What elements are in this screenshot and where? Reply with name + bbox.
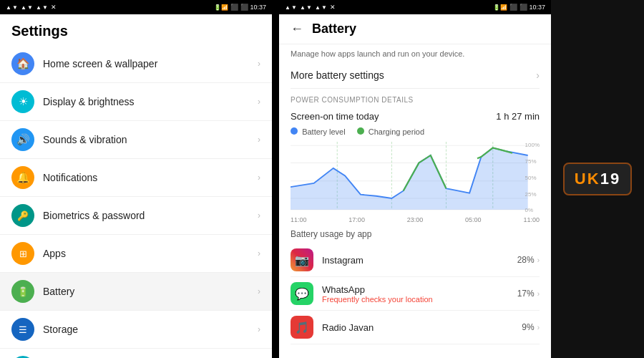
chevron-icon: › xyxy=(258,286,260,296)
chevron-icon: › xyxy=(258,173,260,183)
chart-legend: Battery level Charging period xyxy=(291,125,540,139)
settings-item-notifications[interactable]: 🔔 Notifications › xyxy=(0,159,272,197)
right-phone: ▲▼ ▲▼ ▲▼ ✕ 🔋📶 ⬛ ⬛ 10:37 ← Battery Manage… xyxy=(279,0,551,358)
more-battery-label: More battery settings xyxy=(291,69,384,81)
battery-wifi-icons: 🔋📶 xyxy=(214,4,228,11)
back-button[interactable]: ← xyxy=(291,21,303,37)
home-screen-icon: 🏠 xyxy=(11,52,34,75)
storage-icon: ☰ xyxy=(11,318,34,341)
chevron-icon: › xyxy=(258,135,260,145)
notifications-icon: 🔔 xyxy=(11,166,34,189)
sounds-icon: 🔊 xyxy=(11,128,34,151)
time-left: ⬛ ⬛ 10:37 xyxy=(230,4,266,11)
screen-on-label: Screen-on time today xyxy=(291,111,379,122)
settings-title: Settings xyxy=(11,23,68,39)
chevron-icon: › xyxy=(258,248,260,258)
status-bar-right: ▲▼ ▲▼ ▲▼ ✕ 🔋📶 ⬛ ⬛ 10:37 xyxy=(279,0,551,14)
settings-item-safety[interactable]: ✳ Safety & emergency › xyxy=(0,349,272,358)
whatsapp-name: WhatsApp xyxy=(322,284,517,295)
chart-yaxis: 100% 75% 50% 25% 0% xyxy=(525,142,540,213)
screen-on-value: 1 h 27 min xyxy=(496,111,540,122)
brand-logo: UK19 xyxy=(563,163,632,195)
power-section-title: POWER CONSUMPTION DETAILS xyxy=(291,89,540,108)
chart-svg xyxy=(291,142,540,213)
more-battery-row[interactable]: More battery settings › xyxy=(291,62,540,89)
settings-item-battery[interactable]: 🔋 Battery › xyxy=(0,273,272,311)
biometrics-icon: 🔑 xyxy=(11,204,34,227)
time-right: ⬛ ⬛ 10:37 xyxy=(509,4,545,11)
battery-level-legend: Battery level xyxy=(291,127,346,136)
app-row-instagram[interactable]: 📷 Instagram 28% › xyxy=(291,243,540,277)
storage-label: Storage xyxy=(43,324,258,335)
signal-icons: ▲▼ ▲▼ ▲▼ xyxy=(6,4,49,11)
radiojavan-name: Radio Javan xyxy=(322,322,522,333)
settings-item-home-screen[interactable]: 🏠 Home screen & wallpaper › xyxy=(0,45,272,83)
battery-label: Battery xyxy=(43,286,258,297)
biometrics-label: Biometrics & password xyxy=(43,210,258,221)
whatsapp-chevron: › xyxy=(537,290,540,298)
status-right-right: 🔋📶 ⬛ ⬛ 10:37 xyxy=(493,4,545,11)
settings-header: Settings xyxy=(0,14,272,45)
charging-period-dot xyxy=(357,127,364,135)
settings-list: 🏠 Home screen & wallpaper › ☀ Display & … xyxy=(0,45,272,358)
top-notice: Manage how apps launch and run on your d… xyxy=(291,44,540,62)
chevron-icon: › xyxy=(258,324,260,334)
usage-title: Battery usage by app xyxy=(291,226,540,243)
whatsapp-icon: 💬 xyxy=(291,282,313,305)
apps-label: Apps xyxy=(43,248,258,259)
instagram-name: Instagram xyxy=(322,255,517,266)
battery-wifi-icons-right: 🔋📶 xyxy=(493,4,507,11)
status-right: 🔋📶 ⬛ ⬛ 10:37 xyxy=(214,4,266,11)
whatsapp-sub: Frequently checks your location xyxy=(322,295,517,304)
battery-level-dot xyxy=(291,127,298,135)
status-bar-left: ▲▼ ▲▼ ▲▼ ✕ 🔋📶 ⬛ ⬛ 10:37 xyxy=(0,0,272,14)
whatsapp-pct: 17% xyxy=(517,289,535,299)
battery-icon: 🔋 xyxy=(11,280,34,303)
signal-icons-right: ▲▼ ▲▼ ▲▼ xyxy=(285,4,328,11)
battery-chart: 100% 75% 50% 25% 0% xyxy=(291,142,540,213)
settings-item-sounds[interactable]: 🔊 Sounds & vibration › xyxy=(0,121,272,159)
left-phone: ▲▼ ▲▼ ▲▼ ✕ 🔋📶 ⬛ ⬛ 10:37 Settings 🏠 Home … xyxy=(0,0,272,358)
x-icon: ✕ xyxy=(51,4,57,11)
instagram-icon: 📷 xyxy=(291,248,313,271)
display-label: Display & brightness xyxy=(43,96,258,107)
radiojavan-chevron: › xyxy=(537,324,540,332)
x-icon-right: ✕ xyxy=(330,4,336,11)
app-row-radiojavan[interactable]: 🎵 Radio Javan 9% › xyxy=(291,311,540,344)
charging-period-legend: Charging period xyxy=(357,127,424,136)
instagram-pct: 28% xyxy=(517,255,535,265)
brand-text: UK19 xyxy=(575,170,620,188)
radiojavan-icon: 🎵 xyxy=(291,316,313,339)
instagram-info: Instagram xyxy=(322,255,517,266)
settings-item-storage[interactable]: ☰ Storage › xyxy=(0,311,272,349)
battery-content: Manage how apps launch and run on your d… xyxy=(279,44,551,344)
settings-item-display[interactable]: ☀ Display & brightness › xyxy=(0,83,272,121)
home-screen-label: Home screen & wallpaper xyxy=(43,58,258,69)
sounds-label: Sounds & vibration xyxy=(43,134,258,145)
status-left: ▲▼ ▲▼ ▲▼ ✕ xyxy=(6,4,57,11)
radiojavan-pct: 9% xyxy=(522,322,534,332)
display-icon: ☀ xyxy=(11,90,34,113)
chart-x-labels: 11:00 17:00 23:00 05:00 11:00 xyxy=(291,216,540,226)
battery-header: ← Battery xyxy=(279,14,551,44)
instagram-chevron: › xyxy=(537,256,540,264)
settings-item-apps[interactable]: ⊞ Apps › xyxy=(0,235,272,273)
screen-on-row: Screen-on time today 1 h 27 min xyxy=(291,108,540,125)
chevron-icon: › xyxy=(258,211,260,221)
whatsapp-info: WhatsApp Frequently checks your location xyxy=(322,284,517,304)
brand-orange: UK xyxy=(575,170,600,188)
svg-marker-9 xyxy=(291,148,528,210)
brand-area: UK19 xyxy=(551,0,644,358)
more-battery-chevron: › xyxy=(536,69,540,81)
status-left-right: ▲▼ ▲▼ ▲▼ ✕ xyxy=(285,4,336,11)
battery-page-title: Battery xyxy=(312,21,356,37)
notifications-label: Notifications xyxy=(43,172,258,183)
radiojavan-info: Radio Javan xyxy=(322,322,522,333)
app-row-whatsapp[interactable]: 💬 WhatsApp Frequently checks your locati… xyxy=(291,277,540,311)
settings-item-biometrics[interactable]: 🔑 Biometrics & password › xyxy=(0,197,272,235)
chevron-icon: › xyxy=(258,97,260,107)
chevron-icon: › xyxy=(258,59,260,69)
apps-icon: ⊞ xyxy=(11,242,34,265)
